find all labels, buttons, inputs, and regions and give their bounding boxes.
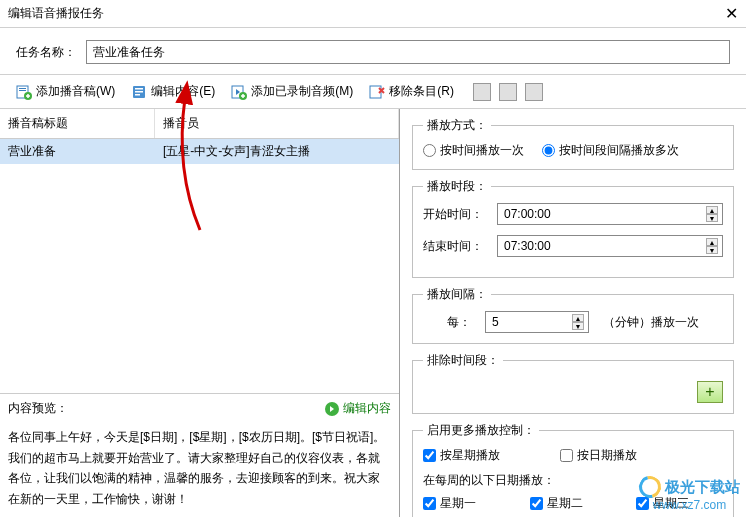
weekday-checkbox[interactable]: 星期三 xyxy=(636,495,723,512)
add-exclude-button[interactable]: + xyxy=(697,381,723,403)
task-name-label: 任务名称： xyxy=(16,44,76,61)
remove-item-button[interactable]: 移除条目(R) xyxy=(361,79,462,104)
play-repeat-radio[interactable]: 按时间段间隔播放多次 xyxy=(542,142,679,159)
start-time-label: 开始时间： xyxy=(423,206,483,223)
interval-suffix: （分钟）播放一次 xyxy=(603,314,699,331)
toolbar-icon-3[interactable] xyxy=(525,83,543,101)
by-week-checkbox[interactable]: 按星期播放 xyxy=(423,447,500,464)
add-script-button[interactable]: 添加播音稿(W) xyxy=(8,79,123,104)
toolbar-icon-2[interactable] xyxy=(499,83,517,101)
weekday-checkbox[interactable]: 星期一 xyxy=(423,495,510,512)
add-recorded-icon xyxy=(231,84,247,100)
interval-group: 播放间隔： 每： 5 ▲▼ （分钟）播放一次 xyxy=(412,286,734,344)
spin-up-icon[interactable]: ▲ xyxy=(572,314,584,322)
svg-rect-7 xyxy=(135,94,140,96)
list-header: 播音稿标题 播音员 xyxy=(0,109,399,139)
svg-rect-5 xyxy=(135,88,143,90)
end-time-input[interactable]: 07:30:00 ▲▼ xyxy=(497,235,723,257)
toolbar-icon-1[interactable] xyxy=(473,83,491,101)
window-title: 编辑语音播报任务 xyxy=(8,5,104,22)
task-name-input[interactable] xyxy=(86,40,730,64)
exclude-group: 排除时间段： + xyxy=(412,352,734,414)
arrow-right-icon xyxy=(325,402,339,416)
list-item[interactable]: 营业准备 [五星-中文-女声]青涩女主播 xyxy=(0,139,399,164)
spin-up-icon[interactable]: ▲ xyxy=(706,206,718,214)
edit-content-button[interactable]: 编辑内容(E) xyxy=(123,79,223,104)
svg-rect-1 xyxy=(19,88,26,89)
end-time-label: 结束时间： xyxy=(423,238,483,255)
more-control-group: 启用更多播放控制： 按星期播放 按日期播放 在每周的以下日期播放： 星期一 星期… xyxy=(412,422,734,517)
close-icon[interactable]: ✕ xyxy=(725,4,738,23)
col-speaker[interactable]: 播音员 xyxy=(155,109,399,138)
edit-content-link[interactable]: 编辑内容 xyxy=(325,400,391,417)
weekday-checkbox[interactable]: 星期二 xyxy=(530,495,617,512)
svg-rect-6 xyxy=(135,91,143,93)
play-once-radio[interactable]: 按时间播放一次 xyxy=(423,142,524,159)
every-label: 每： xyxy=(447,314,471,331)
remove-icon xyxy=(369,84,385,100)
svg-rect-2 xyxy=(19,90,26,91)
play-period-group: 播放时段： 开始时间： 07:00:00 ▲▼ 结束时间： 07:30:00 ▲… xyxy=(412,178,734,278)
week-title: 在每周的以下日期播放： xyxy=(423,472,723,489)
spin-down-icon[interactable]: ▼ xyxy=(706,246,718,254)
preview-heading: 内容预览： xyxy=(8,400,68,417)
spin-down-icon[interactable]: ▼ xyxy=(572,322,584,330)
edit-content-icon xyxy=(131,84,147,100)
preview-text: 各位同事上午好，今天是[$日期]，[$星期]，[$农历日期]。[$节日祝语]。我… xyxy=(0,423,399,517)
spin-up-icon[interactable]: ▲ xyxy=(706,238,718,246)
by-date-checkbox[interactable]: 按日期播放 xyxy=(560,447,637,464)
spin-down-icon[interactable]: ▼ xyxy=(706,214,718,222)
add-recorded-button[interactable]: 添加已录制音频(M) xyxy=(223,79,361,104)
add-script-icon xyxy=(16,84,32,100)
start-time-input[interactable]: 07:00:00 ▲▼ xyxy=(497,203,723,225)
col-title[interactable]: 播音稿标题 xyxy=(0,109,155,138)
play-mode-group: 播放方式： 按时间播放一次 按时间段间隔播放多次 xyxy=(412,117,734,170)
interval-input[interactable]: 5 ▲▼ xyxy=(485,311,589,333)
